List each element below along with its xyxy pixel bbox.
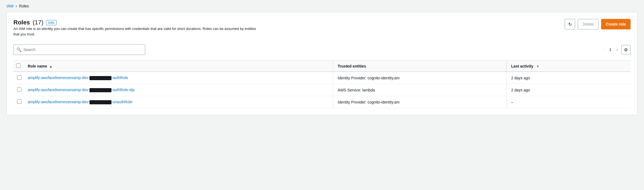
role-name-suffix-2: -authRole-idp — [111, 88, 135, 92]
chevron-right-icon: › — [617, 47, 618, 52]
row-checkbox-2[interactable] — [17, 87, 21, 92]
td-checkbox-2[interactable] — [13, 84, 23, 96]
search-pagination-row: 🔍 ‹ 1 › ⚙ — [13, 44, 631, 55]
td-last-activity-2: 2 days ago — [507, 84, 631, 96]
table-header: Role name ▲ Trusted entities Last activi… — [13, 61, 631, 72]
sort-desc-icon: ▼ — [536, 65, 539, 68]
td-role-name-1: amplify-awsfacelivenessexamp-dev--authRo… — [23, 72, 333, 84]
settings-gear-icon: ⚙ — [624, 47, 628, 52]
td-role-name-2: amplify-awsfacelivenessexamp-dev--authRo… — [23, 84, 333, 96]
breadcrumb: IAM › Roles — [0, 0, 644, 12]
page-title: Roles — [13, 19, 30, 26]
td-trusted-2: AWS Service: lambda — [333, 84, 507, 96]
search-box[interactable]: 🔍 — [13, 44, 145, 55]
th-trusted-entities: Trusted entities — [333, 61, 507, 72]
select-all-checkbox[interactable] — [16, 63, 21, 68]
th-role-name[interactable]: Role name ▲ — [23, 61, 333, 72]
redacted-1 — [89, 76, 111, 80]
redacted-2 — [89, 88, 111, 92]
roles-table: Role name ▲ Trusted entities Last activi… — [13, 60, 631, 108]
info-link[interactable]: Info — [46, 20, 57, 25]
search-icon: 🔍 — [16, 47, 22, 52]
row-checkbox-1[interactable] — [17, 75, 21, 80]
header-actions: ↻ Delete Create role — [565, 19, 631, 29]
pagination-prev-button[interactable]: ‹ — [601, 46, 606, 53]
role-name-prefix-3: amplify-awsfacelivenessexamp-dev- — [28, 100, 89, 104]
td-checkbox-3[interactable] — [13, 96, 23, 108]
pagination-current-page: 1 — [608, 48, 613, 52]
card-description: An IAM role is an identity you can creat… — [13, 26, 261, 37]
role-name-prefix-2: amplify-awsfacelivenessexamp-dev- — [28, 88, 89, 92]
role-name-suffix-3: -unauthRole — [111, 100, 132, 104]
td-checkbox-1[interactable] — [13, 72, 23, 84]
row-checkbox-3[interactable] — [17, 99, 21, 104]
refresh-button[interactable]: ↻ — [565, 19, 575, 29]
pagination-row: ‹ 1 › ⚙ — [601, 45, 631, 54]
table-body: amplify-awsfacelivenessexamp-dev--authRo… — [13, 72, 631, 108]
table-row: amplify-awsfacelivenessexamp-dev--authRo… — [13, 72, 631, 84]
table-header-row: Role name ▲ Trusted entities Last activi… — [13, 61, 631, 72]
td-last-activity-1: 2 days ago — [507, 72, 631, 84]
card-header: Roles (17) Info An IAM role is an identi… — [13, 19, 631, 42]
role-name-suffix-1: -authRole — [111, 76, 128, 80]
td-trusted-1: Identity Provider: cognito-identity.am — [333, 72, 507, 84]
table-row: amplify-awsfacelivenessexamp-dev--unauth… — [13, 96, 631, 108]
role-link-1[interactable]: amplify-awsfacelivenessexamp-dev--authRo… — [28, 76, 128, 80]
pagination-settings-button[interactable]: ⚙ — [621, 45, 631, 54]
search-input[interactable] — [23, 48, 142, 52]
roles-card: Roles (17) Info An IAM role is an identi… — [7, 12, 637, 115]
th-last-activity[interactable]: Last activity ▼ — [507, 61, 631, 72]
th-select-all[interactable] — [13, 61, 23, 72]
td-role-name-3: amplify-awsfacelivenessexamp-dev--unauth… — [23, 96, 333, 108]
card-title-row: Roles (17) Info — [13, 19, 261, 26]
roles-count: (17) — [33, 19, 43, 26]
role-link-2[interactable]: amplify-awsfacelivenessexamp-dev--authRo… — [28, 88, 135, 92]
td-last-activity-3: – — [507, 96, 631, 108]
refresh-icon: ↻ — [568, 22, 572, 27]
chevron-left-icon: ‹ — [603, 47, 604, 52]
create-role-button[interactable]: Create role — [601, 19, 631, 29]
td-trusted-3: Identity Provider: cognito-identity.am — [333, 96, 507, 108]
breadcrumb-separator: › — [16, 4, 17, 8]
role-name-prefix-1: amplify-awsfacelivenessexamp-dev- — [28, 76, 89, 80]
sort-asc-icon: ▲ — [49, 65, 52, 68]
redacted-3 — [89, 100, 111, 104]
pagination-next-button[interactable]: › — [615, 46, 620, 53]
card-title-section: Roles (17) Info An IAM role is an identi… — [13, 19, 261, 42]
breadcrumb-iam-link[interactable]: IAM — [7, 4, 13, 8]
delete-button[interactable]: Delete — [578, 19, 598, 29]
breadcrumb-current: Roles — [19, 4, 29, 8]
role-link-3[interactable]: amplify-awsfacelivenessexamp-dev--unauth… — [28, 100, 132, 104]
table-row: amplify-awsfacelivenessexamp-dev--authRo… — [13, 84, 631, 96]
